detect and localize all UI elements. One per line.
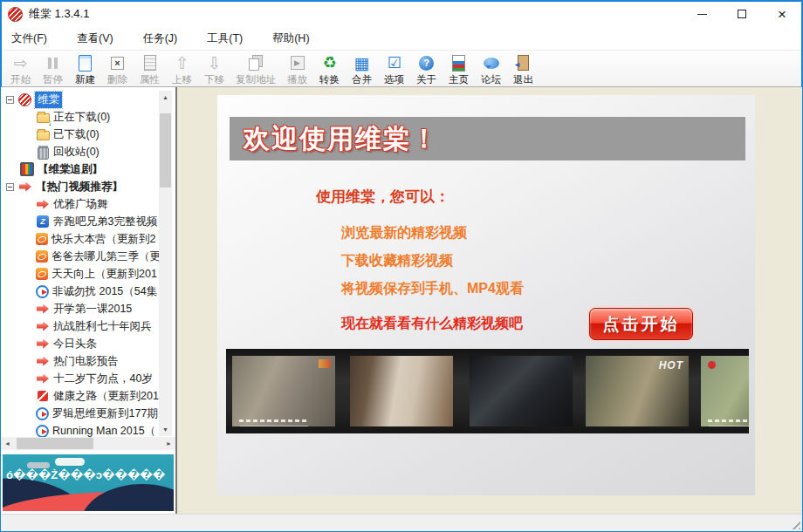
video-thumbnail[interactable] [232,356,335,426]
trash-icon [36,145,50,159]
collapse-icon[interactable] [6,96,14,104]
hunan-tv-icon [36,268,48,280]
toolbar-about-button[interactable]: ?关于 [410,51,443,86]
red-arrow-icon [36,372,50,385]
scrollbar-thumb[interactable] [160,113,171,188]
promo-banner[interactable]: ó���Ż���ɔ����� [3,454,174,511]
toolbar-merge-button[interactable]: ▦合并 [346,51,378,86]
toolbar-play-button[interactable]: ▶播放 [281,51,313,86]
tree-item-weitang-root[interactable]: 维棠 [1,91,175,108]
video-thumbnail-strip: HOT [226,349,749,433]
play-icon: ▶ [291,56,305,70]
red-arrow-icon [36,337,50,351]
tree-item-recycle-bin[interactable]: 回收站(0) [1,143,175,160]
move-down-icon: ⇩ [208,55,222,72]
toolbar-forum-button[interactable]: 论坛 [475,51,507,86]
toolbar-move-up-button[interactable]: ⇧上移 [166,51,198,86]
play-circle-icon [36,425,49,438]
menu-tasks[interactable]: 任务(J) [140,30,182,48]
scroll-left-icon[interactable]: ◄ [1,440,14,447]
tree-item-day-day-up[interactable]: 天天向上（更新到201 [1,265,175,283]
sidebar: 维棠 ↓正在下载(0) 已下载(0) 回收站(0) 【维棠追剧】 【热门视频推荐… [1,87,177,514]
subtitle-text [708,419,749,422]
toolbar-move-down-button[interactable]: ⇩下移 [198,51,230,86]
toolbar-start-button[interactable]: ⇨开始 [4,51,37,86]
app-logo-icon [8,7,23,22]
tree-item-dad-where-are-we-going[interactable]: 爸爸去哪儿第三季（更 [1,248,175,265]
tree-item-toutiao[interactable]: 今日头条 [1,335,175,352]
tree-item-square-dance[interactable]: 优雅广场舞 [1,195,175,213]
menu-tools[interactable]: 工具(T) [203,30,246,48]
maximize-button[interactable] [722,1,762,27]
tree-horizontal-scrollbar[interactable]: ◄ ► [1,437,175,450]
toolbar-copy-url-button[interactable]: 复制地址 [230,51,281,86]
tree-item-happy-camp[interactable]: 快乐大本营（更新到2 [1,230,175,248]
toolbar-homepage-button[interactable]: 主页 [443,51,475,86]
feature-list: 浏览最新的精彩视频 下载收藏精彩视频 将视频保存到手机、MP4观看 [341,219,755,303]
scroll-right-icon[interactable]: ► [162,440,175,447]
merge-icon: ▦ [354,55,370,72]
options-icon: ☑ [387,55,401,71]
tv-icon [20,162,34,176]
properties-icon [144,55,156,71]
tree-vertical-scrollbar[interactable]: ▲ ▼ [159,91,172,436]
app-window: 维棠 1.3.4.1 × 文件(F) 查看(V) 任务(J) 工具(T) 帮助(… [0,0,803,532]
tree-item-health-road[interactable]: 健康之路（更新到201 [1,387,175,405]
collapse-icon[interactable] [6,183,14,191]
tree-item-running-man-2015[interactable]: Running Man 2015（ [1,422,175,437]
tree-item-downloading[interactable]: ↓正在下载(0) [1,108,175,126]
tree-item-running-man-cn[interactable]: 奔跑吧兄弟3完整视频 [1,213,175,230]
tree-item-movie-trailers[interactable]: 热门电影预告 [1,352,175,370]
video-thumbnail[interactable] [470,356,573,426]
weitang-logo-icon [18,93,31,106]
cloud-shape [55,458,85,466]
folder-icon [36,127,50,141]
copy-url-icon [249,58,259,71]
pause-icon [48,58,58,69]
video-thumbnail[interactable] [350,356,453,426]
tree-item-victory-parade[interactable]: 抗战胜利七十年阅兵 [1,317,175,335]
start-icon: ⇨ [14,55,28,72]
tree-item-if-you-are-the-one[interactable]: 非诚勿扰 2015（54集 [1,283,175,300]
toolbar-options-button[interactable]: ☑选项 [378,51,410,86]
scroll-up-icon[interactable]: ▲ [159,91,172,104]
minimize-icon [697,14,707,15]
tree-item-hot-videos[interactable]: 【热门视频推荐】 [1,178,175,195]
play-circle-icon [36,407,49,420]
menu-file[interactable]: 文件(F) [8,30,51,48]
feature-item: 下载收藏精彩视频 [341,247,755,275]
window-controls: × [682,1,802,27]
welcome-banner: 欢迎使用维棠！ [230,117,745,160]
tree-item-first-class-2015[interactable]: 开学第一课2015 [1,300,175,317]
close-button[interactable]: × [762,1,802,27]
feature-item: 将视频保存到手机、MP4观看 [341,275,755,303]
toolbar-new-button[interactable]: 新建 [69,51,101,86]
scrollbar-thumb[interactable] [17,438,93,449]
scroll-down-icon[interactable]: ▼ [159,423,172,436]
tree-item-downloaded[interactable]: 已下载(0) [1,126,175,143]
tree-item-luoji-siwei[interactable]: 罗辑思维更新到177期 [1,405,175,422]
red-arrow-icon [18,180,32,194]
toolbar-exit-button[interactable]: 退出 [507,51,539,86]
mountain-shape [81,484,174,511]
delete-icon: × [111,57,124,70]
minimize-button[interactable] [682,1,722,27]
video-thumbnail[interactable] [701,356,749,426]
subtitle-text [239,419,309,422]
tree-item-age-restricted[interactable]: 十二岁下勿点，40岁 [1,370,175,387]
zhejiang-tv-icon [36,215,50,228]
tree-item-weitang-dramas[interactable]: 【维棠追剧】 [1,160,175,178]
resize-grip-icon[interactable] [789,518,800,529]
menu-view[interactable]: 查看(V) [73,30,117,48]
toolbar-pause-button[interactable]: 暂停 [37,51,69,86]
toolbar-convert-button[interactable]: ♻转换 [313,51,346,86]
video-thumbnail[interactable]: HOT [586,356,689,426]
toolbar-properties-button[interactable]: 属性 [134,51,166,86]
exit-icon [518,55,529,71]
channel-badge [319,359,331,368]
toolbar-delete-button[interactable]: ×删除 [101,51,134,86]
start-now-button[interactable]: 点击开始 [589,308,693,340]
red-arrow-icon [36,354,50,368]
hunan-tv-icon [36,233,48,245]
menu-help[interactable]: 帮助(H) [269,30,312,48]
